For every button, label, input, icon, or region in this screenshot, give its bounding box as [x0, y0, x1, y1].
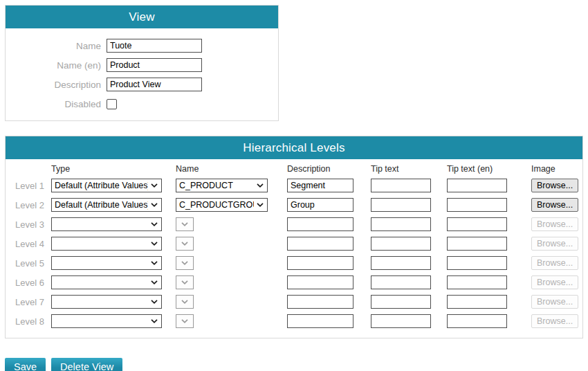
chevron-down-icon [151, 203, 158, 207]
description-input[interactable] [107, 78, 202, 91]
level-tip-text-en-input[interactable] [447, 256, 507, 270]
levels-panel-title: Hierarchical Levels [243, 141, 344, 155]
name-input[interactable] [107, 39, 202, 53]
level-type-select[interactable] [51, 237, 162, 251]
chevron-down-icon [181, 242, 188, 246]
level-tip-text-en-input[interactable] [447, 198, 507, 212]
level-type-select[interactable] [51, 256, 162, 270]
level-row: Level 7Browse... [6, 292, 582, 311]
level-tip-text-input[interactable] [371, 237, 431, 251]
view-panel-title: View [129, 10, 154, 24]
chevron-down-icon [181, 222, 188, 226]
level-name-select-disabled [176, 237, 194, 251]
name-field-row: Name [6, 36, 278, 55]
level-type-select[interactable] [51, 217, 162, 231]
disabled-checkbox[interactable] [107, 99, 117, 109]
level-tip-text-input[interactable] [371, 314, 431, 328]
chevron-down-icon [181, 280, 188, 284]
level-description-input[interactable] [287, 275, 353, 289]
level-description-input[interactable] [287, 179, 353, 192]
column-header-image: Image [531, 164, 580, 174]
view-panel-header: View [6, 6, 278, 28]
browse-button[interactable]: Browse... [531, 198, 578, 212]
level-type-select[interactable]: Default (Attribute Values) [51, 179, 162, 192]
delete-view-button[interactable]: Delete View [51, 358, 122, 371]
level-name-select[interactable]: C_PRODUCT [176, 179, 268, 192]
level-tip-text-input[interactable] [371, 198, 431, 212]
chevron-down-icon [151, 300, 158, 304]
browse-button-disabled: Browse... [531, 256, 578, 270]
level-row: Level 1Default (Attribute Values)C_PRODU… [6, 176, 582, 195]
level-label: Level 3 [11, 219, 44, 230]
chevron-down-icon [151, 261, 158, 265]
level-tip-text-en-input[interactable] [447, 179, 507, 192]
page: View Name Name (en) Description Disabled [0, 0, 588, 371]
level-tip-text-en-input[interactable] [447, 295, 507, 309]
save-button[interactable]: Save [5, 358, 46, 371]
browse-button[interactable]: Browse... [531, 179, 578, 192]
level-tip-text-input[interactable] [371, 256, 431, 270]
browse-button-disabled: Browse... [531, 217, 578, 231]
actions-bar: Save Delete View [5, 358, 583, 371]
level-tip-text-input[interactable] [371, 275, 431, 289]
name-en-input[interactable] [107, 58, 202, 72]
level-description-input[interactable] [287, 314, 353, 328]
level-tip-text-input[interactable] [371, 179, 431, 192]
browse-button-disabled: Browse... [531, 314, 578, 328]
level-tip-text-input[interactable] [371, 295, 431, 309]
level-tip-text-en-input[interactable] [447, 237, 507, 251]
level-type-select[interactable] [51, 275, 162, 289]
chevron-down-icon [181, 300, 188, 304]
level-label: Level 2 [11, 200, 44, 210]
level-type-select[interactable]: Default (Attribute Values) [51, 198, 162, 212]
level-label: Level 6 [11, 278, 44, 288]
description-label: Description [6, 80, 101, 90]
browse-button-disabled: Browse... [531, 275, 578, 289]
levels-column-headers: Type Name Description Tip text Tip text … [6, 161, 582, 176]
level-label: Level 5 [11, 258, 44, 269]
level-row: Level 2Default (Attribute Values)C_PRODU… [6, 195, 582, 215]
chevron-down-icon [151, 319, 158, 323]
hierarchical-levels-panel: Hierarchical Levels Type Name Descriptio… [5, 136, 583, 338]
chevron-down-icon [181, 319, 188, 323]
view-panel-body: Name Name (en) Description Disabled [6, 28, 278, 120]
level-name-select-disabled [176, 217, 194, 231]
level-name-select[interactable]: C_PRODUCTGROUP [176, 198, 268, 212]
level-tip-text-en-input[interactable] [447, 217, 507, 231]
column-header-type: Type [51, 164, 162, 174]
level-label: Level 7 [11, 297, 44, 307]
level-description-input[interactable] [287, 237, 353, 251]
browse-button-disabled: Browse... [531, 295, 578, 309]
level-tip-text-input[interactable] [371, 217, 431, 231]
disabled-label: Disabled [6, 99, 101, 109]
disabled-field-row: Disabled [6, 94, 278, 114]
level-type-select[interactable] [51, 295, 162, 309]
level-description-input[interactable] [287, 295, 353, 309]
level-label: Level 8 [11, 316, 44, 327]
description-field-row: Description [6, 75, 278, 94]
chevron-down-icon [151, 242, 158, 246]
name-en-label: Name (en) [6, 60, 101, 71]
chevron-down-icon [151, 222, 158, 226]
levels-panel-header: Hierarchical Levels [6, 136, 582, 159]
chevron-down-icon [181, 261, 188, 265]
level-description-input[interactable] [287, 217, 353, 231]
name-en-field-row: Name (en) [6, 55, 278, 75]
level-tip-text-en-input[interactable] [447, 314, 507, 328]
level-description-input[interactable] [287, 256, 353, 270]
level-description-input[interactable] [287, 198, 353, 212]
chevron-down-icon [257, 203, 264, 207]
level-row: Level 8Browse... [6, 311, 582, 331]
level-tip-text-en-input[interactable] [447, 275, 507, 289]
level-label: Level 4 [11, 239, 44, 249]
level-name-select-disabled [176, 314, 194, 328]
level-row: Level 4Browse... [6, 234, 582, 253]
column-header-tip-text: Tip text [371, 164, 431, 174]
level-type-select[interactable] [51, 314, 162, 328]
chevron-down-icon [151, 183, 158, 188]
level-name-select-disabled [176, 256, 194, 270]
column-header-tip-text-en: Tip text (en) [447, 164, 507, 174]
column-header-description: Description [287, 164, 353, 174]
chevron-down-icon [151, 280, 158, 284]
level-name-select-disabled [176, 295, 194, 309]
